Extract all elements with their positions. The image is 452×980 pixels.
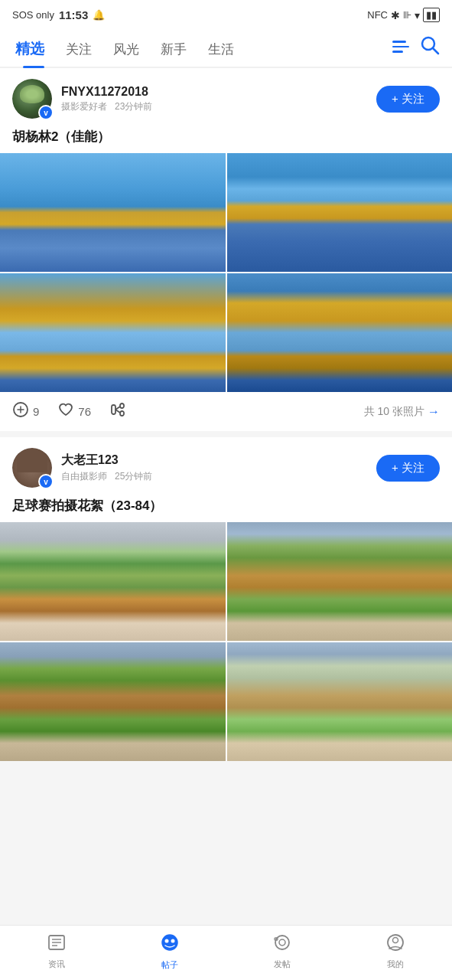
user-role-1: 摄影爱好者	[61, 101, 107, 112]
heart-icon-1	[57, 401, 74, 422]
user-info-1: FNYX11272018 摄影爱好者 23分钟前	[61, 85, 367, 113]
bottom-nav-publish[interactable]: 发帖	[226, 933, 340, 970]
nfc-icon: NFC	[367, 9, 388, 21]
svg-rect-7	[120, 411, 124, 416]
tab-shenghuo[interactable]: 生活	[197, 34, 245, 66]
comment-count-1: 9	[33, 405, 39, 418]
photo-2-br[interactable]	[227, 642, 453, 761]
photo-grid-2	[0, 522, 452, 761]
me-icon	[385, 933, 405, 956]
post-meta-1: 摄影爱好者 23分钟前	[61, 100, 367, 113]
search-button[interactable]	[420, 35, 440, 58]
status-right: NFC ✱ ⊪ ▾ ▮▮	[367, 8, 440, 22]
bottom-nav-me-label: 我的	[387, 959, 404, 970]
status-bar: SOS only 11:53 🔔 NFC ✱ ⊪ ▾ ▮▮	[0, 0, 452, 27]
follow-button-2[interactable]: + 关注	[376, 455, 440, 482]
username-2[interactable]: 大老王123	[61, 452, 367, 469]
svg-point-14	[164, 939, 168, 943]
photo-grid-1	[0, 153, 452, 392]
photo-count-1[interactable]: 共 10 张照片 →	[364, 405, 440, 419]
bottom-nav-news-label: 资讯	[48, 959, 65, 970]
user-info-2: 大老王123 自由摄影师 25分钟前	[61, 452, 367, 483]
svg-rect-6	[120, 403, 124, 408]
bottom-nav-news[interactable]: 资讯	[0, 933, 113, 970]
share-button-1[interactable]	[109, 401, 126, 422]
photo-1-tl[interactable]	[0, 153, 226, 272]
post-time-1: 23分钟前	[115, 101, 152, 112]
bottom-nav-posts[interactable]: 帖子	[113, 932, 226, 971]
comment-button-1[interactable]: 9	[12, 401, 39, 422]
tab-fenguang[interactable]: 风光	[102, 34, 150, 66]
user-role-2: 自由摄影师	[61, 471, 107, 482]
verified-badge-1: v	[38, 105, 54, 120]
post-actions-1: 9 76	[0, 392, 452, 431]
verified-badge-2: v	[38, 474, 54, 489]
post-header-2: v 大老王123 自由摄影师 25分钟前 + 关注	[0, 437, 452, 495]
bottom-nav-me[interactable]: 我的	[339, 933, 452, 970]
feed: v FNYX11272018 摄影爱好者 23分钟前 + 关注 胡杨林2（佳能）	[0, 68, 452, 821]
sos-text: SOS only	[12, 9, 54, 21]
hamburger-icon	[392, 41, 409, 53]
bottom-nav-publish-label: 发帖	[274, 959, 291, 970]
tab-jingxuan[interactable]: 精选	[12, 33, 55, 67]
svg-rect-5	[112, 405, 115, 414]
post-card-1: v FNYX11272018 摄影爱好者 23分钟前 + 关注 胡杨林2（佳能）	[0, 68, 452, 431]
svg-line-1	[433, 48, 438, 54]
publish-icon	[272, 933, 292, 956]
post-meta-2: 自由摄影师 25分钟前	[61, 470, 367, 483]
post-title-1: 胡杨林2（佳能）	[0, 126, 452, 153]
search-icon	[420, 37, 440, 60]
username-1[interactable]: FNYX11272018	[61, 85, 367, 99]
menu-button[interactable]	[392, 41, 409, 53]
post-time-2: 25分钟前	[115, 471, 152, 482]
photo-1-br[interactable]	[227, 273, 453, 392]
photo-1-tr[interactable]	[227, 153, 453, 272]
bell-icon: 🔔	[93, 9, 105, 21]
photo-2-bl[interactable]	[0, 642, 226, 761]
photo-1-bl[interactable]	[0, 273, 226, 392]
avatar-1[interactable]: v	[12, 79, 52, 119]
svg-point-20	[393, 938, 398, 943]
like-button-1[interactable]: 76	[57, 401, 91, 422]
tab-xinshou[interactable]: 新手	[150, 34, 197, 66]
news-icon	[47, 933, 67, 956]
like-count-1: 76	[78, 405, 91, 418]
photo-2-tr[interactable]	[227, 522, 453, 641]
status-left: SOS only 11:53 🔔	[12, 8, 105, 21]
post-card-2: v 大老王123 自由摄影师 25分钟前 + 关注 足球赛拍摄花絮（23-84）	[0, 437, 452, 761]
follow-button-1[interactable]: + 关注	[376, 86, 440, 113]
svg-point-17	[279, 939, 285, 946]
share-icon-1	[109, 401, 126, 422]
photo-count-arrow-1: →	[428, 405, 440, 419]
nav-tabs: 精选 关注 风光 新手 生活	[12, 33, 392, 67]
avatar-2[interactable]: v	[12, 448, 52, 488]
tab-guanzhu[interactable]: 关注	[55, 34, 102, 66]
top-nav: 精选 关注 风光 新手 生活	[0, 27, 452, 68]
wifi-icon: ▾	[415, 9, 420, 21]
post-title-2: 足球赛拍摄花絮（23-84）	[0, 495, 452, 522]
bottom-nav: 资讯 帖子 发帖	[0, 925, 452, 980]
signal-icon: ⊪	[403, 9, 411, 21]
battery-icon: ▮▮	[423, 8, 440, 22]
status-time: 11:53	[59, 8, 88, 21]
comment-icon-1	[12, 401, 29, 422]
svg-point-15	[171, 939, 174, 943]
posts-icon	[159, 932, 180, 956]
bottom-nav-posts-label: 帖子	[161, 959, 178, 971]
nav-icons	[392, 35, 440, 64]
bluetooth-icon: ✱	[391, 9, 400, 21]
post-header-1: v FNYX11272018 摄影爱好者 23分钟前 + 关注	[0, 68, 452, 126]
photo-2-tl[interactable]	[0, 522, 226, 641]
